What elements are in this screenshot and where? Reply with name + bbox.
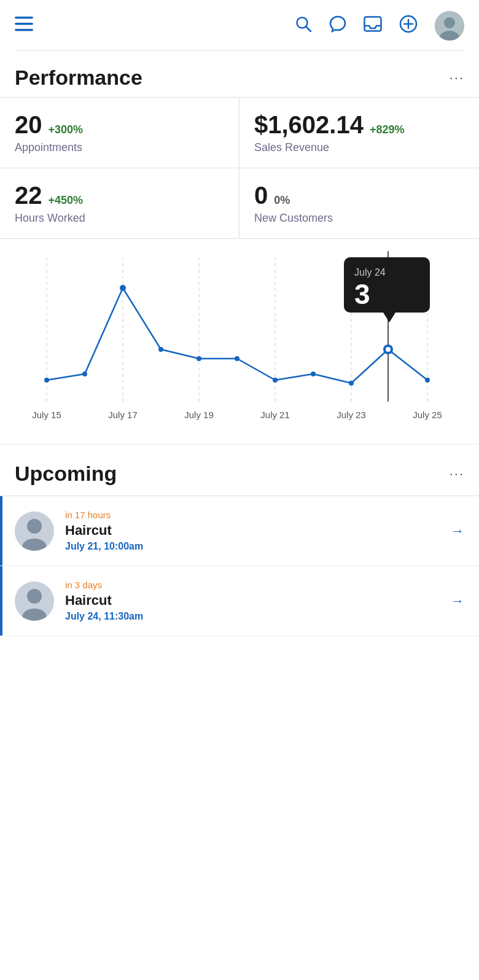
appointment-info-2: in 3 days Haircut July 24, 11:30am [65, 580, 440, 622]
svg-point-42 [27, 519, 42, 534]
performance-title: Performance [15, 66, 142, 90]
customers-label: New Customers [254, 212, 464, 225]
svg-point-20 [82, 371, 87, 376]
add-icon[interactable] [399, 15, 418, 37]
hours-label: Hours Worked [15, 212, 224, 225]
svg-point-23 [197, 356, 201, 361]
avatar[interactable] [435, 11, 464, 41]
inbox-icon[interactable] [364, 16, 382, 36]
svg-point-19 [44, 378, 49, 383]
appointment-name-1: Haircut [65, 523, 440, 539]
appointment-avatar-2 [15, 581, 54, 621]
sales-number: $1,602.14 +829% [254, 111, 464, 139]
svg-point-30 [425, 378, 430, 383]
svg-point-24 [235, 356, 240, 361]
svg-line-4 [306, 26, 311, 31]
appointment-info-1: in 17 hours Haircut July 21, 10:00am [65, 510, 440, 552]
upcoming-more-button[interactable]: ··· [450, 466, 464, 482]
performance-more-button[interactable]: ··· [450, 70, 464, 86]
upcoming-title: Upcoming [15, 462, 117, 486]
svg-text:July 15: July 15 [32, 410, 61, 420]
svg-text:July 23: July 23 [337, 410, 366, 420]
appointment-item-1[interactable]: in 17 hours Haircut July 21, 10:00am → [0, 496, 479, 566]
stat-sales-revenue: $1,602.14 +829% Sales Revenue [240, 98, 479, 168]
appointment-date-1: July 21, 10:00am [65, 541, 440, 552]
stat-appointments: 20 +300% Appointments [0, 98, 240, 168]
svg-text:July 17: July 17 [108, 410, 138, 420]
customers-change: 0% [274, 194, 290, 207]
appointment-item-2[interactable]: in 3 days Haircut July 24, 11:30am → [0, 566, 479, 636]
header [0, 0, 479, 50]
svg-rect-0 [15, 17, 33, 19]
appointment-arrow-2[interactable]: → [451, 593, 464, 609]
performance-header: Performance ··· [0, 51, 479, 97]
appointment-arrow-1[interactable]: → [451, 523, 464, 539]
appointments-label: Appointments [15, 141, 224, 154]
svg-point-10 [444, 17, 455, 28]
svg-point-26 [311, 371, 316, 376]
svg-marker-38 [383, 313, 395, 322]
performance-section: Performance ··· 20 +300% Appointments $1… [0, 51, 479, 239]
header-right-icons [295, 11, 464, 41]
svg-text:3: 3 [354, 278, 370, 310]
svg-point-25 [273, 378, 278, 383]
appointments-change: +300% [49, 123, 84, 136]
hours-change: +450% [49, 194, 84, 207]
svg-point-29 [386, 347, 391, 352]
appointment-time-until-2: in 3 days [65, 580, 440, 590]
chat-icon[interactable] [329, 15, 346, 37]
sales-label: Sales Revenue [254, 141, 464, 154]
upcoming-header: Upcoming ··· [0, 445, 479, 496]
svg-point-27 [349, 381, 354, 386]
appointment-avatar-1 [15, 511, 54, 551]
svg-rect-2 [15, 29, 33, 31]
sales-change: +829% [370, 123, 405, 136]
svg-point-22 [158, 347, 163, 352]
chart-svg[interactable]: July 15 July 17 July 19 July 21 July 23 … [10, 251, 469, 435]
search-icon[interactable] [295, 15, 312, 37]
menu-icon[interactable] [15, 17, 33, 36]
header-left-icons [15, 17, 33, 36]
upcoming-section: Upcoming ··· in 17 hours Haircut July 21… [0, 445, 479, 636]
appointments-number: 20 +300% [15, 111, 224, 139]
appointment-time-until-1: in 17 hours [65, 510, 440, 520]
svg-text:July 24: July 24 [354, 267, 386, 278]
customers-number: 0 0% [254, 182, 464, 209]
stat-new-customers: 0 0% New Customers [240, 168, 479, 239]
svg-text:July 25: July 25 [413, 410, 442, 420]
hours-number: 22 +450% [15, 182, 224, 209]
stats-grid: 20 +300% Appointments $1,602.14 +829% Sa… [0, 97, 479, 239]
performance-chart: July 15 July 17 July 19 July 21 July 23 … [0, 239, 479, 445]
svg-text:July 19: July 19 [184, 410, 214, 420]
chart-wrapper: July 15 July 17 July 19 July 21 July 23 … [10, 251, 469, 438]
appointment-name-2: Haircut [65, 593, 440, 609]
appointment-date-2: July 24, 11:30am [65, 611, 440, 622]
svg-point-21 [120, 285, 126, 291]
appointment-list: in 17 hours Haircut July 21, 10:00am → i… [0, 496, 479, 636]
svg-rect-1 [15, 23, 33, 25]
stat-hours-worked: 22 +450% Hours Worked [0, 168, 240, 239]
svg-point-45 [27, 589, 42, 604]
svg-text:July 21: July 21 [260, 410, 290, 420]
